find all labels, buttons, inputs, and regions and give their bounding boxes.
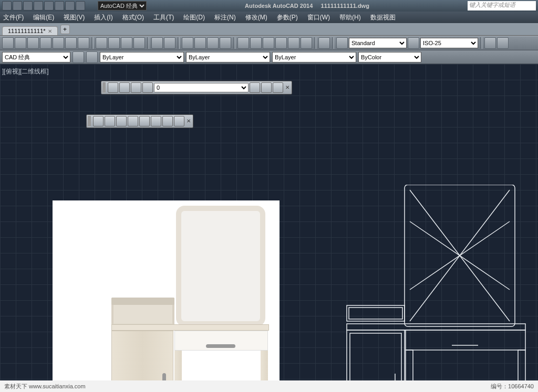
vs-wire-icon[interactable] [105,116,115,126]
menu-format[interactable]: 格式(O) [122,13,144,22]
publish-icon[interactable] [65,37,77,49]
qat-undo-icon[interactable] [65,1,75,10]
vs-hidden-icon[interactable] [116,116,127,126]
tp-icon[interactable] [263,37,274,49]
qat-redo-icon[interactable] [76,1,85,10]
pan-icon[interactable] [182,37,193,49]
dc-icon[interactable] [250,37,262,49]
calc-icon[interactable] [301,37,312,49]
textstyle-icon[interactable] [336,37,348,49]
layer-on-icon[interactable] [119,82,130,93]
gear-icon[interactable] [73,51,84,63]
layer-prev-icon[interactable] [261,82,272,93]
workspace-select[interactable]: AutoCAD 经典 [98,1,147,10]
separator [91,37,94,49]
qat-save-icon[interactable] [34,1,43,10]
copy-icon[interactable] [108,37,120,49]
menu-tools[interactable]: 工具(T) [153,13,174,22]
plotstyle-select[interactable]: ByColor [358,52,421,62]
props-icon[interactable] [237,37,249,49]
vs-realistic-icon[interactable] [128,116,138,126]
menu-modify[interactable]: 修改(M) [245,13,267,22]
qat-app-icon[interactable] [2,1,12,10]
lineweight-select[interactable]: ByLayer [272,52,356,62]
menu-file[interactable]: 文件(F) [3,13,24,22]
layer-freeze-icon[interactable] [131,82,141,93]
tab-document[interactable]: 11111111111* ✕ [2,26,58,35]
match-icon[interactable] [133,37,145,49]
dimstyle-select[interactable]: ISO-25 [420,38,478,48]
menu-insert[interactable]: 插入(I) [94,13,112,22]
quick-access-toolbar [2,1,85,10]
paste-icon[interactable] [121,37,132,49]
zoom-icon[interactable] [194,37,206,49]
open-icon[interactable] [15,37,26,49]
vs-shaded-icon[interactable] [151,116,161,126]
close-icon[interactable]: ✕ [284,84,291,91]
photo-desktop [111,324,269,331]
workspace-select-2[interactable]: CAD 经典 [2,52,70,62]
layer-props-icon[interactable] [108,82,118,93]
preview-icon[interactable] [53,37,64,49]
drag-handle-icon[interactable] [88,116,91,126]
workspace-switcher[interactable]: AutoCAD 经典 [89,1,147,10]
settings-icon[interactable] [86,51,98,63]
undo-icon[interactable] [151,37,163,49]
menu-dataview[interactable]: 数据视图 [370,13,396,22]
print-icon[interactable] [40,37,51,49]
mleader-icon[interactable] [497,37,509,49]
tablestyle-icon[interactable] [484,37,496,49]
vs-manage-icon[interactable] [174,116,184,126]
layers-toolbar[interactable]: 0 ✕ [101,81,292,94]
color-select[interactable]: ByLayer [100,52,184,62]
linetype-select[interactable]: ByLayer [186,52,270,62]
layer-select[interactable]: 0 [154,83,249,92]
new-tab-button[interactable]: + [60,25,70,34]
menu-bar: 文件(F) 编辑(E) 视图(V) 插入(I) 格式(O) 工具(T) 绘图(D… [0,12,538,23]
help-icon[interactable] [318,37,330,49]
layer-lock-icon[interactable] [142,82,153,93]
menu-view[interactable]: 视图(V) [64,13,85,22]
photo-mirror [176,206,265,326]
layer-iso-icon[interactable] [250,82,260,93]
visual-styles-toolbar[interactable]: ✕ [86,114,193,128]
textstyle-select[interactable]: Standard [349,38,407,48]
menu-dimension[interactable]: 标注(N) [214,13,236,22]
properties-toolbar: CAD 经典 ByLayer ByLayer ByLayer ByColor [0,50,538,64]
view-label[interactable]: ][俯视][二维线框] [2,67,49,76]
save-icon[interactable] [27,37,39,49]
menu-help[interactable]: 帮助(H) [339,13,361,22]
ssm-icon[interactable] [275,37,287,49]
menu-parametric[interactable]: 参数(P) [277,13,298,22]
drawing-canvas[interactable]: ][俯视][二维线框] 0 ✕ ✕ [0,64,538,392]
vs-2d-icon[interactable] [93,116,104,126]
zoom-prev-icon[interactable] [207,37,219,49]
drag-handle-icon[interactable] [102,82,106,93]
menu-edit[interactable]: 编辑(E) [33,13,54,22]
separator [480,37,482,49]
close-icon[interactable]: ✕ [185,118,192,124]
cut-icon[interactable] [96,37,107,49]
redo-icon[interactable] [164,37,175,49]
zoom-win-icon[interactable] [220,37,231,49]
qat-new-icon[interactable] [13,1,22,10]
qat-open-icon[interactable] [23,1,33,10]
vs-conceptual-icon[interactable] [139,116,150,126]
separator [332,37,334,49]
menu-window[interactable]: 窗口(W) [307,13,330,22]
qat-saveas-icon[interactable] [44,1,54,10]
markup-icon[interactable] [288,37,299,49]
menu-draw[interactable]: 绘图(D) [183,13,205,22]
svg-rect-6 [349,308,402,319]
standard-toolbar: Standard ISO-25 [0,36,538,50]
layer-state-icon[interactable] [273,82,283,93]
file-name: 11111111111.dwg [321,3,369,9]
close-icon[interactable]: ✕ [48,28,52,34]
qat-plot-icon[interactable] [55,1,64,10]
search-input[interactable]: 键入关键字或短语 [468,1,536,10]
svg-rect-7 [347,324,525,330]
plot-icon[interactable] [78,37,89,49]
vs-xray-icon[interactable] [162,116,173,126]
new-icon[interactable] [2,37,14,49]
dimstyle-icon[interactable] [408,37,419,49]
